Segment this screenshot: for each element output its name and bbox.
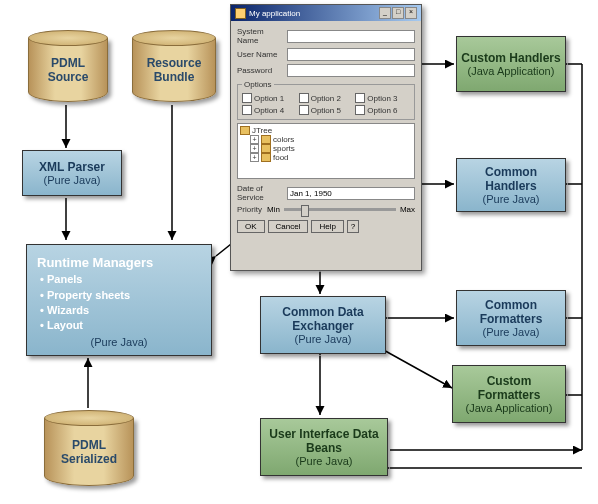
custom-formatters-sub: (Java Application) [466,402,553,414]
common-handlers-sub: (Pure Java) [483,193,540,205]
date-label: Date of Service [237,184,287,202]
help-button[interactable]: Help [311,220,343,233]
common-formatters-box: Common Formatters (Pure Java) [456,290,566,346]
rm-bullet-1: • Property sheets [37,288,153,303]
folder-icon [261,144,271,153]
xml-parser-box: XML Parser (Pure Java) [22,150,122,196]
dialog-titlebar: My application _ □ × [231,5,421,21]
password-label: Password [237,66,287,75]
question-button[interactable]: ? [347,220,359,233]
rm-bullet-2: • Wizards [37,303,153,318]
custom-formatters-title: Custom Formatters [457,374,561,402]
common-handlers-box: Common Handlers (Pure Java) [456,158,566,212]
option-5[interactable]: Option 5 [299,105,354,115]
options-legend: Options [242,80,274,89]
maximize-icon[interactable]: □ [392,7,404,19]
rm-bullet-0: • Panels [37,272,153,287]
folder-icon [261,153,271,162]
dialog-title-text: My application [249,9,300,18]
pdml-serialized-db: PDML Serialized [44,410,134,486]
priority-slider[interactable] [284,208,396,211]
pdml-source-line2: Source [48,70,89,84]
svg-line-9 [380,348,452,388]
tree-view[interactable]: JTree +colors +sports +food [237,123,415,179]
priority-label: Priority [237,205,267,214]
custom-formatters-box: Custom Formatters (Java Application) [452,365,566,423]
max-label: Max [400,205,415,214]
custom-handlers-sub: (Java Application) [468,65,555,77]
expand-icon[interactable]: + [250,153,259,162]
ui-data-beans-title: User Interface Data Beans [265,427,383,455]
cde-title: Common Data Exchanger [265,305,381,333]
close-icon[interactable]: × [405,7,417,19]
option-4[interactable]: Option 4 [242,105,297,115]
password-input[interactable] [287,64,415,77]
xml-parser-title: XML Parser [39,160,105,174]
user-name-input[interactable] [287,48,415,61]
app-icon [235,8,246,19]
rm-bullet-3: • Layout [37,318,153,333]
cde-sub: (Pure Java) [295,333,352,345]
system-name-label: System Name [237,27,287,45]
runtime-managers-box: Runtime Managers • Panels • Property she… [26,244,212,356]
runtime-managers-title: Runtime Managers [37,254,153,272]
options-fieldset: Options Option 1 Option 2 Option 3 Optio… [237,80,415,120]
cancel-button[interactable]: Cancel [268,220,309,233]
option-2[interactable]: Option 2 [299,93,354,103]
min-label: Min [267,205,280,214]
pdml-source-db: PDML Source [28,30,108,102]
pdml-serialized-line2: Serialized [61,452,117,466]
user-name-label: User Name [237,50,287,59]
app-dialog: My application _ □ × System Name User Na… [230,4,422,271]
folder-icon [240,126,250,135]
runtime-managers-sub: (Pure Java) [91,336,148,348]
ui-data-beans-box: User Interface Data Beans (Pure Java) [260,418,388,476]
resource-bundle-line2: Bundle [154,70,195,84]
custom-handlers-title: Custom Handlers [461,51,560,65]
common-handlers-title: Common Handlers [461,165,561,193]
date-input[interactable]: Jan 1, 1950 [287,187,415,200]
expand-icon[interactable]: + [250,144,259,153]
expand-icon[interactable]: + [250,135,259,144]
ok-button[interactable]: OK [237,220,265,233]
pdml-source-line1: PDML [51,56,85,70]
xml-parser-sub: (Pure Java) [44,174,101,186]
option-3[interactable]: Option 3 [355,93,410,103]
minimize-icon[interactable]: _ [379,7,391,19]
resource-bundle-db: Resource Bundle [132,30,216,102]
option-6[interactable]: Option 6 [355,105,410,115]
pdml-serialized-line1: PDML [72,438,106,452]
ui-data-beans-sub: (Pure Java) [296,455,353,467]
custom-handlers-box: Custom Handlers (Java Application) [456,36,566,92]
common-formatters-sub: (Pure Java) [483,326,540,338]
common-data-exchanger-box: Common Data Exchanger (Pure Java) [260,296,386,354]
common-formatters-title: Common Formatters [461,298,561,326]
resource-bundle-line1: Resource [147,56,202,70]
option-1[interactable]: Option 1 [242,93,297,103]
system-name-input[interactable] [287,30,415,43]
folder-icon [261,135,271,144]
